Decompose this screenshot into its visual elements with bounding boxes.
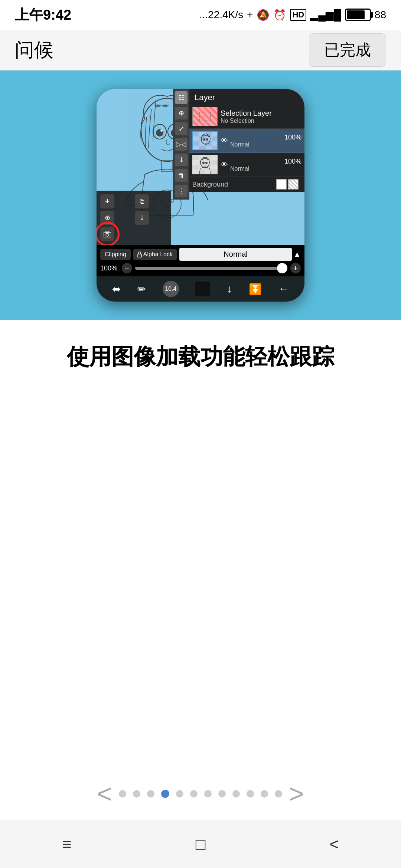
selection-layer-thumb xyxy=(192,107,218,126)
home-icon[interactable]: □ xyxy=(196,835,206,854)
transform-tool-icon[interactable]: ⬌ xyxy=(112,283,121,295)
status-bar: 上午9:42 ...22.4K/s + 🔕 ⏰ HD ▂▄▆█ 88 xyxy=(0,0,401,30)
svg-point-6 xyxy=(160,129,163,132)
layer-1-row[interactable]: 👁 100% Normal xyxy=(189,153,304,177)
prev-page-button[interactable]: < xyxy=(97,779,112,809)
bg-white-swatch xyxy=(276,179,287,190)
pagination-dot-5[interactable] xyxy=(176,790,183,798)
layer-2-thumb xyxy=(192,131,218,150)
layer-1-thumb xyxy=(192,155,218,174)
background-row[interactable]: Background xyxy=(189,177,304,192)
layer-1-thumb-svg xyxy=(192,155,218,174)
tool-row: ⬌ ✏ 10.4 ↓ ⏬ ← xyxy=(97,276,304,302)
battery-percent: 88 xyxy=(375,9,386,21)
pagination-dot-8[interactable] xyxy=(218,790,226,798)
layer-panel-overlay: Layer Selection Layer No Selection xyxy=(189,89,304,192)
alpha-lock-button[interactable]: Alpha Lock xyxy=(133,249,177,260)
more-options-icon[interactable]: ⋮ xyxy=(175,185,188,197)
opacity-decrease-button[interactable]: − xyxy=(122,263,132,273)
merge-down-icon[interactable]: ⤓ xyxy=(175,154,188,166)
empty-slot xyxy=(135,227,149,241)
svg-rect-22 xyxy=(212,146,218,150)
no-selection-indicator xyxy=(199,112,211,121)
copy-layers-icon[interactable]: ⊕ xyxy=(175,107,188,119)
page-title: 问候 xyxy=(15,37,53,63)
camera-icon xyxy=(104,231,111,237)
svg-rect-31 xyxy=(192,165,199,170)
menu-icon[interactable]: ≡ xyxy=(62,835,72,854)
network-speed: ...22.4K/s xyxy=(199,9,243,21)
svg-rect-19 xyxy=(193,141,199,146)
pagination-row: < > xyxy=(0,779,401,809)
pagination-dot-4[interactable] xyxy=(161,790,169,798)
pagination-dot-9[interactable] xyxy=(232,790,240,798)
bg-colors xyxy=(276,179,299,190)
add-layer-button[interactable]: + xyxy=(100,194,114,208)
duplicate-layer-button[interactable]: ⧉ xyxy=(135,194,149,208)
delete-layer-icon[interactable]: 🗑 xyxy=(175,169,188,182)
background-label: Background xyxy=(192,181,276,188)
bottom-nav: ≡ □ < xyxy=(0,820,401,868)
import-image-button[interactable] xyxy=(100,227,114,241)
hd-icon: HD xyxy=(290,9,306,21)
status-icons: ...22.4K/s + 🔕 ⏰ HD ▂▄▆█ 88 xyxy=(199,9,386,21)
bg-checker-swatch xyxy=(288,179,299,190)
alpha-lock-label: Alpha Lock xyxy=(143,251,173,258)
group-layers-button[interactable]: ⊕ xyxy=(100,211,114,225)
svg-point-13 xyxy=(171,201,172,202)
done-button[interactable]: 已完成 xyxy=(309,33,386,67)
double-download-icon[interactable]: ⏬ xyxy=(249,283,262,295)
opacity-slider[interactable] xyxy=(135,267,287,270)
download-icon[interactable]: ↓ xyxy=(227,283,232,295)
next-page-button[interactable]: > xyxy=(289,779,304,809)
blend-arrow-icon[interactable]: ▲ xyxy=(293,250,301,259)
lock-icon xyxy=(137,251,142,257)
layer-1-eye-icon[interactable]: 👁 xyxy=(221,161,228,169)
pagination-dot-6[interactable] xyxy=(190,790,198,798)
pagination-dots xyxy=(119,790,282,798)
bluetooth-icon: + xyxy=(247,9,253,21)
pagination-dot-1[interactable] xyxy=(119,790,126,798)
layer-2-info: 100% Normal xyxy=(230,134,301,148)
camera-container xyxy=(100,227,133,241)
canvas-area: Layer Selection Layer No Selection xyxy=(97,89,304,245)
pagination-dot-3[interactable] xyxy=(147,790,154,798)
merge-layers-button[interactable]: ⤓ xyxy=(135,211,149,225)
layer-2-row[interactable]: 👁 100% Normal xyxy=(189,129,304,153)
clipping-button[interactable]: Clipping xyxy=(100,249,131,260)
pagination-dot-2[interactable] xyxy=(133,790,140,798)
svg-rect-27 xyxy=(192,155,199,160)
opacity-value: 100% xyxy=(100,264,119,272)
pagination-dot-12[interactable] xyxy=(275,790,282,798)
svg-rect-18 xyxy=(212,137,218,141)
alarm-icon: ⏰ xyxy=(273,9,286,21)
flip-horizontal-icon[interactable]: ▷◁ xyxy=(175,138,188,151)
svg-point-39 xyxy=(106,233,109,236)
back-arrow-icon[interactable]: ← xyxy=(278,283,289,295)
move-icon[interactable]: ⤢ xyxy=(175,122,188,135)
signal-icon: ▂▄▆█ xyxy=(310,9,341,21)
brush-tool-icon[interactable]: ✏ xyxy=(137,283,146,295)
pagination-dot-10[interactable] xyxy=(247,790,254,798)
layer-2-opacity: 100% xyxy=(230,134,301,141)
layer-1-info: 100% Normal xyxy=(230,158,301,172)
pagination-dot-11[interactable] xyxy=(261,790,268,798)
opacity-increase-button[interactable]: + xyxy=(290,263,301,273)
opacity-row: 100% − + xyxy=(100,263,301,273)
checkerboard-icon[interactable]: ☷ xyxy=(175,91,188,104)
blend-mode-selector[interactable]: Normal xyxy=(179,248,292,261)
selection-layer-info: Selection Layer No Selection xyxy=(221,109,301,124)
phone-frame: Layer Selection Layer No Selection xyxy=(97,89,304,302)
color-swatch[interactable] xyxy=(195,282,210,296)
brush-size-badge[interactable]: 10.4 xyxy=(163,281,179,297)
pagination-dot-7[interactable] xyxy=(204,790,212,798)
layer-2-eye-icon[interactable]: 👁 xyxy=(221,137,228,145)
svg-rect-40 xyxy=(106,231,109,233)
selection-layer-row[interactable]: Selection Layer No Selection xyxy=(189,105,304,129)
no-selection-label: No Selection xyxy=(221,118,301,124)
layer-2-mode: Normal xyxy=(230,141,301,148)
phone-bottom-controls: Clipping Alpha Lock Normal ▲ xyxy=(97,245,304,276)
back-nav-icon[interactable]: < xyxy=(329,835,339,854)
selection-layer-name: Selection Layer xyxy=(221,109,301,118)
opacity-slider-thumb xyxy=(277,263,287,273)
